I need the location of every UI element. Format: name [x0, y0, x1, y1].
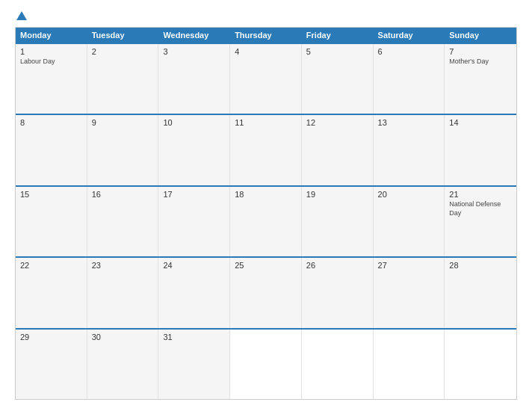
day-cell: 3: [158, 44, 230, 114]
day-header-sunday: Sunday: [445, 28, 516, 43]
day-cell: 13: [374, 115, 445, 185]
week-row-5: 293031: [16, 328, 516, 399]
day-number: 2: [92, 47, 154, 56]
day-cell: 9: [87, 115, 159, 185]
day-header-saturday: Saturday: [374, 28, 445, 43]
day-number: 24: [163, 261, 225, 270]
day-header-wednesday: Wednesday: [158, 28, 230, 43]
day-cell: [374, 330, 445, 399]
day-cell: 28: [445, 258, 516, 327]
day-cell: 21National Defense Day: [445, 187, 516, 256]
day-cell: [302, 330, 374, 399]
day-number: 20: [378, 190, 440, 199]
week-row-3: 15161718192021National Defense Day: [16, 185, 516, 256]
day-number: 31: [163, 333, 225, 342]
day-number: 4: [235, 47, 297, 56]
day-cell: 19: [302, 187, 374, 256]
day-number: 18: [235, 190, 297, 199]
day-number: 14: [449, 118, 512, 127]
day-number: 21: [449, 190, 512, 199]
day-header-tuesday: Tuesday: [87, 28, 159, 43]
day-event: National Defense Day: [449, 200, 512, 217]
day-headers: MondayTuesdayWednesdayThursdayFridaySatu…: [16, 28, 516, 43]
day-number: 28: [449, 261, 512, 270]
day-number: 1: [20, 47, 82, 56]
day-cell: 31: [158, 330, 230, 399]
day-cell: 22: [16, 258, 87, 327]
week-row-1: 1Labour Day234567Mother's Day: [16, 43, 516, 114]
logo: [15, 11, 27, 21]
day-cell: 27: [374, 258, 445, 327]
day-cell: 18: [230, 187, 302, 256]
day-cell: 16: [87, 187, 159, 256]
day-header-thursday: Thursday: [230, 28, 302, 43]
day-header-monday: Monday: [16, 28, 87, 43]
day-cell: 30: [87, 330, 159, 399]
day-cell: 20: [374, 187, 445, 256]
day-number: 23: [92, 261, 154, 270]
weeks: 1Labour Day234567Mother's Day89101112131…: [16, 43, 516, 399]
day-cell: 25: [230, 258, 302, 327]
day-number: 5: [306, 47, 368, 56]
day-cell: 12: [302, 115, 374, 185]
day-event: Labour Day: [20, 58, 82, 67]
day-number: 30: [92, 333, 154, 342]
day-cell: 29: [16, 330, 87, 399]
day-number: 3: [163, 47, 225, 56]
day-number: 9: [92, 118, 154, 127]
day-cell: 4: [230, 44, 302, 114]
day-number: 17: [163, 190, 225, 199]
day-number: 19: [306, 190, 368, 199]
day-header-friday: Friday: [302, 28, 374, 43]
day-number: 12: [306, 118, 368, 127]
logo-triangle-icon: [16, 11, 27, 20]
day-cell: [445, 330, 516, 399]
day-number: 13: [378, 118, 440, 127]
day-cell: 26: [302, 258, 374, 327]
day-cell: 11: [230, 115, 302, 185]
day-number: 6: [378, 47, 440, 56]
day-cell: [230, 330, 302, 399]
day-cell: 1Labour Day: [16, 44, 87, 114]
day-cell: 6: [374, 44, 445, 114]
day-cell: 5: [302, 44, 374, 114]
day-number: 16: [92, 190, 154, 199]
day-number: 11: [235, 118, 297, 127]
day-cell: 23: [87, 258, 159, 327]
day-cell: 14: [445, 115, 516, 185]
day-number: 15: [20, 190, 82, 199]
calendar-page: MondayTuesdayWednesdayThursdayFridaySatu…: [0, 0, 532, 411]
day-number: 29: [20, 333, 82, 342]
day-number: 26: [306, 261, 368, 270]
calendar-grid: MondayTuesdayWednesdayThursdayFridaySatu…: [15, 27, 517, 400]
day-number: 25: [235, 261, 297, 270]
day-event: Mother's Day: [449, 58, 512, 67]
week-row-2: 891011121314: [16, 114, 516, 185]
day-cell: 2: [87, 44, 159, 114]
day-cell: 10: [158, 115, 230, 185]
day-number: 7: [449, 47, 512, 56]
day-cell: 17: [158, 187, 230, 256]
week-row-4: 22232425262728: [16, 256, 516, 327]
day-cell: 15: [16, 187, 87, 256]
day-number: 8: [20, 118, 82, 127]
day-number: 27: [378, 261, 440, 270]
day-cell: 8: [16, 115, 87, 185]
day-number: 22: [20, 261, 82, 270]
day-cell: 24: [158, 258, 230, 327]
day-number: 10: [163, 118, 225, 127]
header: [15, 11, 517, 21]
day-cell: 7Mother's Day: [445, 44, 516, 114]
